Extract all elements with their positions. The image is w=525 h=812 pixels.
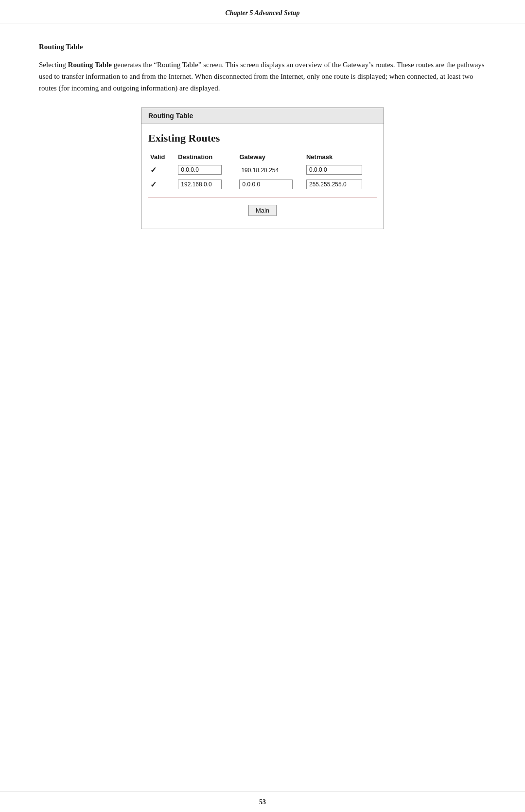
netmask-input-1[interactable] xyxy=(306,165,362,175)
row1-gateway: 190.18.20.254 xyxy=(237,162,304,177)
table-row: ✓ xyxy=(148,177,377,192)
row2-netmask xyxy=(304,177,377,192)
row2-gateway xyxy=(237,177,304,192)
body-paragraph: Selecting Routing Table generates the “R… xyxy=(39,59,486,94)
ui-box-footer: Main xyxy=(148,203,377,221)
row1-destination xyxy=(176,162,237,177)
col-header-destination: Destination xyxy=(176,151,237,162)
main-button[interactable]: Main xyxy=(248,205,277,216)
chapter-topic: Advanced Setup xyxy=(255,9,300,17)
ui-box-header: Routing Table xyxy=(141,108,384,124)
table-header-row: Valid Destination Gateway Netmask xyxy=(148,151,377,162)
netmask-input-2[interactable] xyxy=(306,180,362,189)
checkmark-icon: ✓ xyxy=(150,180,157,189)
section-heading: Routing Table xyxy=(39,43,486,51)
checkmark-icon: ✓ xyxy=(150,166,157,174)
routes-table: Valid Destination Gateway Netmask ✓ xyxy=(148,151,377,192)
routing-table-ui-box: Routing Table Existing Routes Valid Dest… xyxy=(141,108,384,229)
chapter-title: Chapter 5 Advanced Setup xyxy=(225,9,299,17)
ui-box-body: Existing Routes Valid Destination Gatewa… xyxy=(141,124,384,229)
table-row: ✓ 190.18.20.254 xyxy=(148,162,377,177)
page-number: 53 xyxy=(259,798,266,806)
destination-input-2[interactable] xyxy=(178,180,222,189)
row2-destination xyxy=(176,177,237,192)
page-header: Chapter 5 Advanced Setup xyxy=(0,0,525,23)
content-area: Routing Table Selecting Routing Table ge… xyxy=(0,23,525,792)
col-header-valid: Valid xyxy=(148,151,176,162)
col-header-netmask: Netmask xyxy=(304,151,377,162)
destination-input-1[interactable] xyxy=(178,165,222,175)
page-container: Chapter 5 Advanced Setup Routing Table S… xyxy=(0,0,525,812)
row1-netmask xyxy=(304,162,377,177)
existing-routes-title: Existing Routes xyxy=(148,132,377,144)
gateway-text-1: 190.18.20.254 xyxy=(239,166,280,175)
ui-box-divider xyxy=(148,198,377,198)
col-header-gateway: Gateway xyxy=(237,151,304,162)
bold-routing-table: Routing Table xyxy=(68,61,112,69)
ui-box-title: Routing Table xyxy=(148,112,193,120)
chapter-label: Chapter 5 xyxy=(225,9,253,17)
row1-valid: ✓ xyxy=(148,162,176,177)
row2-valid: ✓ xyxy=(148,177,176,192)
page-footer: 53 xyxy=(0,792,525,812)
gateway-input-2[interactable] xyxy=(239,180,293,189)
